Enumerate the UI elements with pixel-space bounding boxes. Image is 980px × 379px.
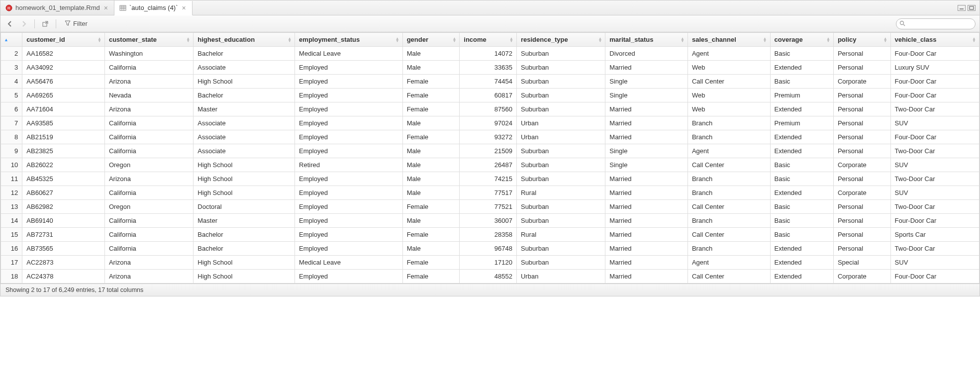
row-number-cell: 3 — [1, 61, 22, 75]
toolbar-separator — [56, 19, 56, 28]
svg-line-11 — [903, 24, 905, 26]
sort-toggle-icon[interactable]: ▲▼ — [186, 37, 190, 42]
column-header-vehicle_class[interactable]: vehicle_class▲▼ — [890, 33, 979, 47]
table-row[interactable]: 4AA56476ArizonaHigh SchoolEmployedFemale… — [1, 75, 980, 89]
cell-policy: Special — [833, 256, 890, 270]
sort-toggle-icon[interactable]: ▲▼ — [972, 37, 976, 42]
popout-button[interactable] — [40, 18, 51, 29]
column-header-highest_education[interactable]: highest_education▲▼ — [194, 33, 295, 47]
table-row[interactable]: 2AA16582WashingtonBachelorMedical LeaveM… — [1, 47, 980, 61]
table-row[interactable]: 14AB69140CaliforniaMasterEmployedMale360… — [1, 214, 980, 228]
column-header-sales_channel[interactable]: sales_channel▲▼ — [687, 33, 770, 47]
row-number-cell: 13 — [1, 200, 22, 214]
sort-toggle-icon[interactable]: ▲▼ — [395, 37, 399, 42]
sort-toggle-icon[interactable]: ▲▼ — [826, 37, 830, 42]
close-icon[interactable]: × — [181, 4, 187, 12]
cell-marital_status: Single — [605, 144, 688, 158]
sort-toggle-icon[interactable]: ▲▼ — [598, 37, 602, 42]
cell-employment_status: Employed — [295, 89, 403, 102]
table-row[interactable]: 12AB60627CaliforniaHigh SchoolEmployedMa… — [1, 186, 980, 200]
table-row[interactable]: 16AB73565CaliforniaBachelorEmployedMale9… — [1, 242, 980, 256]
column-header-employment_status[interactable]: employment_status▲▼ — [295, 33, 403, 47]
cell-customer_id: AB62982 — [22, 200, 105, 214]
table-head: customer_id▲▼customer_state▲▼highest_edu… — [1, 33, 980, 47]
table-row[interactable]: 3AA34092CaliforniaAssociateEmployedMale3… — [1, 61, 980, 75]
nav-forward-button[interactable] — [18, 18, 29, 29]
table-row[interactable]: 10AB26022OregonHigh SchoolRetiredMale264… — [1, 158, 980, 172]
search-input[interactable] — [896, 18, 976, 29]
table-row[interactable]: 13AB62982OregonDoctoralEmployedFemale775… — [1, 200, 980, 214]
filter-label: Filter — [73, 20, 88, 27]
sort-toggle-icon[interactable]: ▲▼ — [452, 37, 456, 42]
minimize-pane-button[interactable] — [958, 5, 966, 11]
column-header-gender[interactable]: gender▲▼ — [402, 33, 460, 47]
cell-coverage: Extended — [770, 256, 833, 270]
column-header-customer_id[interactable]: customer_id▲▼ — [22, 33, 105, 47]
sort-toggle-icon[interactable]: ▲▼ — [763, 37, 767, 42]
row-number-cell: 16 — [1, 242, 22, 256]
cell-vehicle_class: Two-Door Car — [890, 200, 979, 214]
table-row[interactable]: 15AB72731CaliforniaBachelorEmployedFemal… — [1, 228, 980, 242]
tab-auto-claims[interactable]: `auto_claims (4)` × — [114, 1, 193, 15]
table-row[interactable]: 6AA71604ArizonaMasterEmployedFemale87560… — [1, 102, 980, 116]
close-icon[interactable]: × — [103, 4, 109, 12]
row-number-cell: 12 — [1, 186, 22, 200]
cell-income: 77517 — [460, 186, 517, 200]
cell-income: 36007 — [460, 214, 517, 228]
cell-coverage: Extended — [770, 102, 833, 116]
cell-income: 60817 — [460, 89, 517, 102]
column-header-residence_type[interactable]: residence_type▲▼ — [516, 33, 605, 47]
cell-vehicle_class: Four-Door Car — [890, 75, 979, 89]
cell-customer_state: Arizona — [104, 172, 193, 186]
row-number-header[interactable] — [1, 33, 22, 47]
column-header-policy[interactable]: policy▲▼ — [833, 33, 890, 47]
column-header-income[interactable]: income▲▼ — [460, 33, 517, 47]
table-row[interactable]: 18AC24378ArizonaHigh SchoolEmployedFemal… — [1, 270, 980, 284]
sort-toggle-icon[interactable]: ▲▼ — [509, 37, 513, 42]
cell-employment_status: Employed — [295, 242, 403, 256]
cell-residence_type: Suburban — [516, 158, 605, 172]
tab-homework-rmd[interactable]: R homework_01_template.Rmd × — [0, 0, 114, 15]
cell-employment_status: Employed — [295, 228, 403, 242]
table-row[interactable]: 9AB23825CaliforniaAssociateEmployedMale2… — [1, 144, 980, 158]
cell-residence_type: Suburban — [516, 172, 605, 186]
column-header-marital_status[interactable]: marital_status▲▼ — [605, 33, 688, 47]
cell-policy: Personal — [833, 47, 890, 61]
sort-toggle-icon[interactable]: ▲▼ — [288, 37, 292, 42]
column-label: sales_channel — [692, 36, 736, 43]
cell-customer_state: California — [104, 228, 193, 242]
cell-vehicle_class: SUV — [890, 116, 979, 130]
cell-income: 96748 — [460, 242, 517, 256]
cell-sales_channel: Web — [687, 89, 770, 102]
cell-marital_status: Single — [605, 89, 688, 102]
maximize-pane-button[interactable] — [968, 5, 976, 11]
column-header-coverage[interactable]: coverage▲▼ — [770, 33, 833, 47]
cell-sales_channel: Call Center — [687, 270, 770, 284]
sort-toggle-icon[interactable]: ▲▼ — [681, 37, 685, 42]
filter-button[interactable]: Filter — [61, 18, 91, 29]
sort-toggle-icon[interactable]: ▲▼ — [98, 37, 101, 42]
cell-marital_status: Married — [605, 172, 688, 186]
table-row[interactable]: 17AC22873ArizonaHigh SchoolMedical Leave… — [1, 256, 980, 270]
column-header-customer_state[interactable]: customer_state▲▼ — [104, 33, 193, 47]
cell-gender: Female — [402, 270, 460, 284]
search-icon — [899, 20, 905, 28]
cell-residence_type: Urban — [516, 116, 605, 130]
table-row[interactable]: 5AA69265NevadaBachelorEmployedFemale6081… — [1, 89, 980, 102]
cell-policy: Corporate — [833, 186, 890, 200]
cell-marital_status: Divorced — [605, 47, 688, 61]
nav-back-button[interactable] — [4, 18, 15, 29]
cell-marital_status: Single — [605, 158, 688, 172]
cell-vehicle_class: SUV — [890, 186, 979, 200]
data-table: customer_id▲▼customer_state▲▼highest_edu… — [0, 32, 980, 284]
row-number-cell: 7 — [1, 116, 22, 130]
cell-customer_id: AA93585 — [22, 116, 105, 130]
cell-residence_type: Suburban — [516, 242, 605, 256]
cell-coverage: Extended — [770, 144, 833, 158]
sort-toggle-icon[interactable]: ▲▼ — [883, 37, 887, 42]
table-row[interactable]: 11AB45325ArizonaHigh SchoolEmployedMale7… — [1, 172, 980, 186]
table-row[interactable]: 8AB21519CaliforniaAssociateEmployedFemal… — [1, 130, 980, 144]
cell-marital_status: Married — [605, 242, 688, 256]
table-row[interactable]: 7AA93585CaliforniaAssociateEmployedMale9… — [1, 116, 980, 130]
cell-employment_status: Employed — [295, 186, 403, 200]
